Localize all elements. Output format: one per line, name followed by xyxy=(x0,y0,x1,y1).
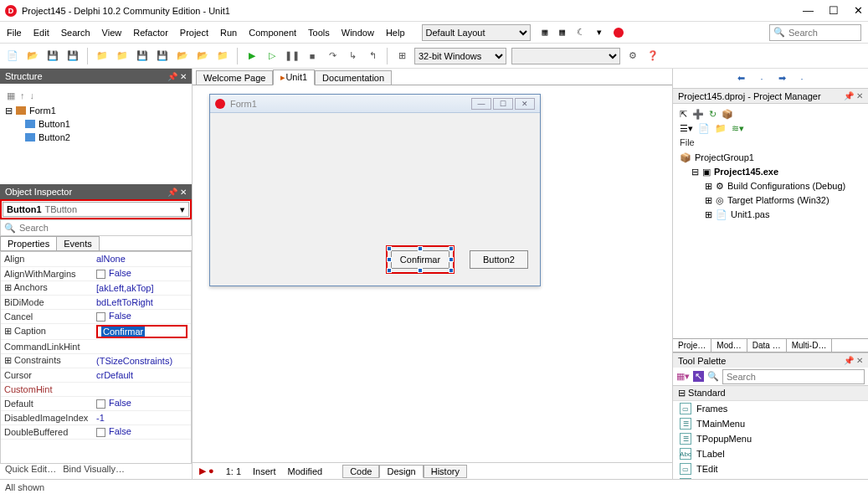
struct-up-icon[interactable]: ↑ xyxy=(20,90,25,100)
save-purple-icon[interactable]: 💾 xyxy=(135,49,150,64)
pm-build-icon[interactable]: 📦 xyxy=(722,109,733,120)
prop-row-cancel[interactable]: CancelFalse xyxy=(1,309,191,323)
menu-edit[interactable]: Edit xyxy=(33,28,49,38)
project-tree[interactable]: 📦ProjectGroup1 ⊟▣Project145.exe ⊞⚙Build … xyxy=(676,149,865,224)
component-combo[interactable]: Button1 TButton ▾ xyxy=(3,202,189,217)
pm-tab-model[interactable]: Mod… xyxy=(711,339,747,352)
help-icon[interactable]: ❓ xyxy=(645,49,660,64)
palette-item-tedit[interactable]: ▭TEdit xyxy=(673,461,868,476)
pm-add-icon[interactable]: ➕ xyxy=(692,109,704,120)
pause-icon[interactable]: ❚❚ xyxy=(285,49,300,64)
open-icon[interactable]: 📂 xyxy=(25,49,40,64)
prop-row-cursor[interactable]: CursorcrDefault xyxy=(1,368,191,382)
open3-icon[interactable]: 📂 xyxy=(195,49,210,64)
palette-pointer-icon[interactable]: ↖ xyxy=(693,371,704,382)
struct-tool-icon[interactable]: ▦ xyxy=(7,90,15,101)
menu-search[interactable]: Search xyxy=(61,28,90,38)
step-into-icon[interactable]: ↳ xyxy=(345,49,360,64)
form-designer[interactable]: Form1 — ☐ ✕ Confirmar xyxy=(193,85,672,462)
menu-view[interactable]: View xyxy=(102,28,122,38)
bind-visually-link[interactable]: Bind Visually… xyxy=(63,464,125,479)
pm-wave-icon[interactable]: ≋▾ xyxy=(732,123,744,134)
run-icon[interactable]: ▶ xyxy=(244,49,259,64)
pm-build[interactable]: Build Configurations (Debug) xyxy=(727,179,845,193)
pm-tab-project[interactable]: Proje… xyxy=(673,339,711,352)
palette-search-input[interactable] xyxy=(722,369,865,384)
pm-collapse-icon[interactable]: ⇱ xyxy=(680,109,687,120)
menu-help[interactable]: Help xyxy=(386,28,405,38)
tab-documentation[interactable]: Documentation xyxy=(315,70,392,85)
tab-welcome[interactable]: Welcome Page xyxy=(196,70,273,85)
menu-file[interactable]: File xyxy=(7,28,22,38)
nav-forward-icon[interactable]: ➡ xyxy=(778,73,786,84)
design-button1[interactable]: Confirmar xyxy=(391,250,449,269)
menu-project[interactable]: Project xyxy=(180,28,208,38)
prop-row-align[interactable]: AlignalNone xyxy=(1,252,191,266)
design-form[interactable]: Form1 — ☐ ✕ Confirmar xyxy=(209,94,541,286)
caption-edit-highlight[interactable]: Confirmar xyxy=(96,325,187,338)
palette-item-frames[interactable]: ▭Frames xyxy=(673,401,868,416)
pm-group[interactable]: ProjectGroup1 xyxy=(695,151,754,165)
open4-icon[interactable]: 📁 xyxy=(215,49,230,64)
prop-row-doublebuffered[interactable]: DoubleBufferedFalse xyxy=(1,425,191,439)
view-tab-code[interactable]: Code xyxy=(342,465,379,478)
pin-icon[interactable]: 📌 ✕ xyxy=(167,72,187,81)
inspector-search-input[interactable] xyxy=(19,223,187,233)
structure-tree[interactable]: ⊟Form1 Button1 Button2 xyxy=(5,104,187,144)
palette-cat-icon[interactable]: ▦▾ xyxy=(676,371,690,382)
save2-purple-icon[interactable]: 💾 xyxy=(155,49,170,64)
prop-row-customhint[interactable]: CustomHint xyxy=(1,382,191,396)
open2-icon[interactable]: 📂 xyxy=(175,49,190,64)
tab-unit1[interactable]: ▸Unit1 xyxy=(273,69,315,85)
config-icon[interactable]: ⚙ xyxy=(625,49,640,64)
layout-select[interactable]: Default Layout xyxy=(422,24,531,41)
menu-tools[interactable]: Tools xyxy=(308,28,330,38)
prop-row-bidimode[interactable]: BiDiModebdLeftToRight xyxy=(1,295,191,309)
menu-run[interactable]: Run xyxy=(220,28,237,38)
close-button[interactable]: ✕ xyxy=(854,4,863,17)
prop-row-anchors[interactable]: ⊞ Anchors[akLeft,akTop] xyxy=(1,280,191,295)
folder1-icon[interactable]: 📁 xyxy=(95,49,110,64)
palette-item-tlabel[interactable]: AbcTLabel xyxy=(673,446,868,461)
pm-target[interactable]: Target Platforms (Win32) xyxy=(727,193,829,208)
pm-tab-multi[interactable]: Multi-D… xyxy=(787,339,833,352)
tab-properties[interactable]: Properties xyxy=(0,236,57,250)
moon-icon[interactable]: ☾ xyxy=(577,27,585,38)
run-nodebug-icon[interactable]: ▷ xyxy=(265,49,280,64)
stop-icon[interactable] xyxy=(614,28,624,38)
step-over-icon[interactable]: ↷ xyxy=(325,49,340,64)
tree-node-button2[interactable]: Button2 xyxy=(39,131,70,144)
pm-new-icon[interactable]: 📄 xyxy=(698,123,710,134)
pm-list-icon[interactable]: ☰▾ xyxy=(680,123,693,134)
save-icon[interactable]: 💾 xyxy=(45,49,60,64)
tree-node-button1[interactable]: Button1 xyxy=(39,117,70,131)
pm-folder-icon[interactable]: 📁 xyxy=(715,123,727,134)
new-icon[interactable]: 📄 xyxy=(5,49,20,64)
palette-category[interactable]: ⊟ Standard xyxy=(673,386,868,401)
view-tab-history[interactable]: History xyxy=(424,465,467,478)
pin-icon[interactable]: 📌 ✕ xyxy=(167,188,187,197)
property-grid[interactable]: AlignalNoneAlignWithMarginsFalse⊞ Anchor… xyxy=(0,251,192,464)
tree-node-form[interactable]: Form1 xyxy=(29,104,56,117)
prop-row-commandlinkhint[interactable]: CommandLinkHint xyxy=(1,339,191,353)
menu-component[interactable]: Component xyxy=(249,28,296,38)
menu-window[interactable]: Window xyxy=(342,28,374,38)
prop-row-caption[interactable]: ⊞ CaptionConfirmar xyxy=(1,323,191,339)
pm-tab-data[interactable]: Data … xyxy=(747,339,787,352)
folder2-icon[interactable]: 📁 xyxy=(115,49,130,64)
tab-events[interactable]: Events xyxy=(56,236,100,250)
record-icon[interactable]: ▶ ● xyxy=(199,466,214,476)
target-platform-select[interactable]: 32-bit Windows xyxy=(414,48,506,64)
prop-row-alignwithmargins[interactable]: AlignWithMarginsFalse xyxy=(1,266,191,280)
palette-item-tmainmenu[interactable]: ☰TMainMenu xyxy=(673,416,868,431)
prop-row-constraints[interactable]: ⊞ Constraints(TSizeConstraints) xyxy=(1,353,191,368)
stop-run-icon[interactable]: ■ xyxy=(305,49,320,64)
menu-refactor[interactable]: Refactor xyxy=(133,28,168,38)
struct-down-icon[interactable]: ↓ xyxy=(30,90,35,100)
saveall-icon[interactable]: 💾 xyxy=(65,49,80,64)
maximize-button[interactable]: ☐ xyxy=(829,4,839,17)
layout-btn1-icon[interactable]: ▦ xyxy=(542,27,548,38)
global-search[interactable]: 🔍 xyxy=(769,24,861,41)
dropdown-icon[interactable]: ▾ xyxy=(597,27,602,38)
view-tab-design[interactable]: Design xyxy=(379,465,423,478)
